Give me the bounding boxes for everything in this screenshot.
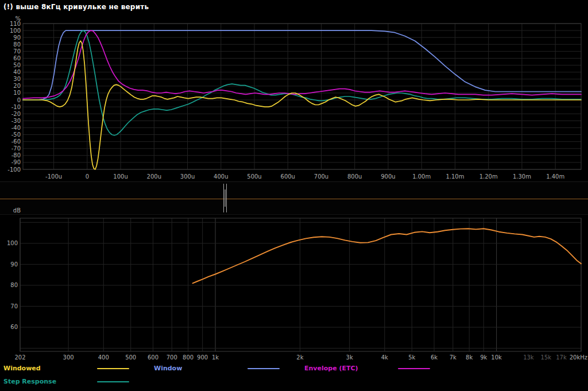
x-tick-label: 900: [197, 354, 208, 361]
x-tick-label: 10k: [491, 354, 502, 361]
x-tick-label: 600u: [281, 173, 295, 180]
legend-line-swatch: [97, 381, 129, 382]
legend-label: Step Response: [0, 378, 97, 385]
x-tick-label: 800u: [347, 173, 362, 180]
measurement-note: (!) выше 8кГц кривульке не верить: [3, 3, 149, 11]
series-envelope: [23, 30, 581, 99]
legend: WindowedWindowEnvelope (ETC)Step Respons…: [0, 362, 588, 388]
x-tick-label: 2k: [296, 354, 303, 361]
y-tick-label: 100: [10, 28, 21, 34]
y-tick-label: 70: [13, 48, 21, 55]
y-tick-label: -60: [11, 138, 21, 145]
x-tick-label: 1.10m: [446, 173, 464, 180]
x-tick-label: 400u: [214, 173, 228, 180]
legend-item-windowed[interactable]: Windowed: [0, 365, 150, 372]
y-tick-label: -50: [11, 131, 21, 138]
x-tick-label: 7k: [450, 354, 457, 361]
x-tick-label: 800: [183, 354, 194, 361]
legend-row: WindowedWindowEnvelope (ETC): [0, 362, 588, 375]
legend-item-envelope[interactable]: Envelope (ETC): [301, 365, 451, 372]
app-window: (!) выше 8кГц кривульке не верить % -100…: [0, 0, 588, 391]
x-tick-label: 900u: [381, 173, 395, 180]
impulse-overview-navigator[interactable]: [0, 181, 588, 215]
navigator-window-marker[interactable]: [223, 184, 224, 212]
y-tick-label: 90: [13, 34, 21, 41]
series-step: [23, 30, 581, 136]
x-tick-label: 15k: [541, 354, 552, 361]
x-tick-label: 300u: [180, 173, 195, 180]
legend-row: Step Response: [0, 375, 588, 388]
x-tick-label: 0: [86, 173, 89, 180]
impulse-response-chart[interactable]: -100u0100u200u300u400u500u600u700u800u90…: [0, 14, 588, 181]
y-tick-label: 50: [13, 62, 21, 68]
x-tick-label: 8k: [466, 354, 473, 361]
legend-label: Window: [150, 365, 247, 372]
x-tick-label: 3k: [346, 354, 353, 361]
legend-label: Envelope (ETC): [301, 365, 398, 372]
x-tick-label: -100u: [45, 173, 62, 180]
y-tick-label: 40: [13, 69, 21, 75]
x-tick-label: 500u: [247, 173, 261, 180]
x-tick-label: 400: [98, 354, 109, 361]
legend-item-window[interactable]: Window: [150, 365, 301, 372]
y-tick-label: 30: [13, 76, 21, 82]
legend-item-step[interactable]: Step Response: [0, 378, 150, 385]
x-tick-label: 200u: [147, 173, 161, 180]
y-tick-label: -100: [7, 167, 21, 173]
y-tick-label: 60: [10, 324, 18, 330]
y-tick-label: -30: [11, 118, 21, 124]
y-tick-label: -70: [11, 145, 21, 152]
x-tick-label: 13k: [523, 354, 534, 361]
y-tick-label: 100: [7, 240, 18, 246]
x-tick-label: 1.20m: [479, 173, 498, 180]
y-tick-label: 10: [13, 90, 21, 96]
y-tick-label: -80: [11, 152, 21, 158]
y-tick-label: 110: [10, 21, 21, 27]
x-tick-label: 17k: [556, 354, 567, 361]
x-tick-label: 1.00m: [412, 173, 431, 180]
navigator-impulse-blip: [225, 189, 226, 207]
y-tick-label: -10: [11, 104, 21, 110]
x-tick-label: 9k: [480, 354, 487, 361]
legend-label: Windowed: [0, 365, 97, 372]
x-tick-label: 1.40m: [546, 173, 564, 180]
x-tick-label: 1k: [212, 354, 219, 361]
x-tick-label: 500: [125, 354, 136, 361]
overview-baseline: [0, 199, 588, 199]
x-tick-label: 20kHz: [570, 354, 587, 361]
x-tick-label: 5k: [408, 354, 415, 361]
legend-line-swatch: [247, 368, 280, 369]
y-tick-label: -20: [11, 111, 21, 117]
y-tick-label: 0: [17, 97, 21, 103]
x-tick-label: 100u: [113, 173, 127, 180]
y-tick-label: 60: [13, 55, 21, 61]
x-tick-label: 300: [63, 354, 74, 361]
legend-line-swatch: [398, 368, 430, 369]
y-tick-label: 80: [13, 41, 21, 48]
freq-y-unit-label: dB: [0, 207, 21, 214]
x-tick-label: 600: [148, 354, 158, 361]
x-tick-label: 700: [167, 354, 177, 361]
y-tick-label: 80: [10, 282, 18, 288]
x-tick-label: 6k: [431, 354, 438, 361]
y-tick-label: 90: [10, 261, 18, 268]
x-tick-label: 4k: [381, 354, 388, 361]
y-tick-label: 20: [13, 83, 21, 89]
y-tick-label: 70: [10, 303, 18, 309]
x-tick-label: 202: [14, 354, 25, 361]
x-tick-label: 700u: [314, 173, 328, 180]
y-tick-label: -40: [11, 125, 21, 131]
y-tick-label: -90: [11, 159, 21, 165]
series-spl: [193, 229, 582, 283]
navigator-window-marker[interactable]: [226, 184, 227, 212]
x-tick-label: 1.30m: [513, 173, 531, 180]
frequency-response-chart[interactable]: 2023004005006007008009001k2k3k4k5k6k7k8k…: [0, 215, 588, 362]
legend-line-swatch: [97, 368, 129, 369]
